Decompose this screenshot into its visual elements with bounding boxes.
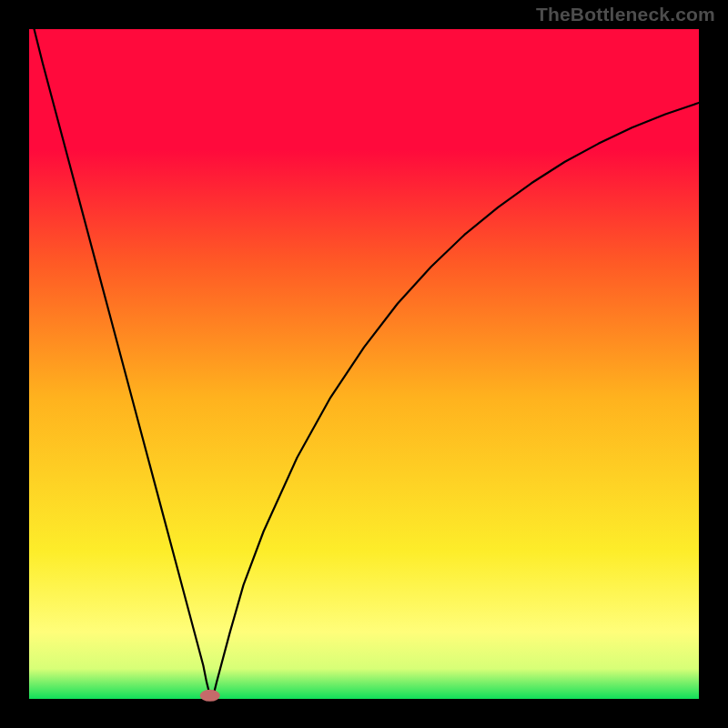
minimum-marker bbox=[200, 690, 220, 702]
chart-gradient-area bbox=[29, 29, 699, 699]
chart-svg bbox=[0, 0, 728, 728]
watermark-text: TheBottleneck.com bbox=[536, 4, 715, 25]
chart-stage: TheBottleneck.com bbox=[0, 0, 728, 728]
